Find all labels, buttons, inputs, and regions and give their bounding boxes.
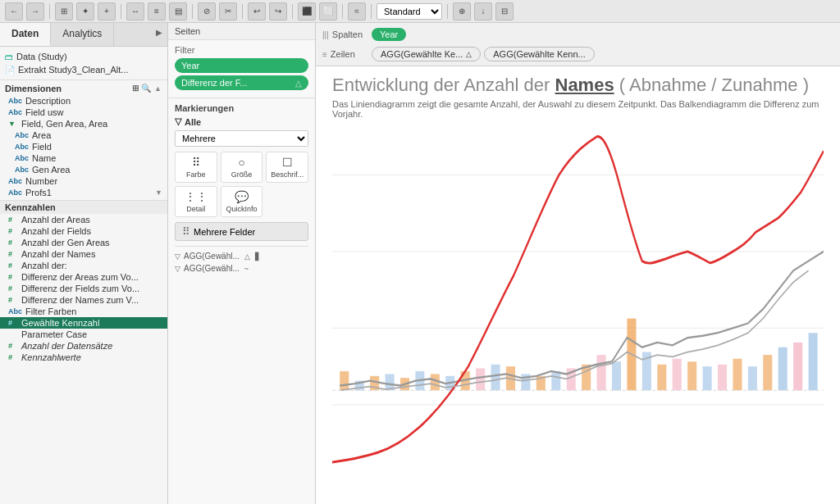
marks-tooltip-label: QuickInfo	[226, 205, 257, 213]
field-prefix-abc6: Abc	[15, 166, 29, 174]
toolbar-btn-4[interactable]: ↔	[126, 2, 144, 20]
field-diff-names[interactable]: # Differenz der Names zum V...	[0, 294, 167, 306]
toolbar-btn-15[interactable]: ↓	[474, 2, 492, 20]
toolbar-btn-1[interactable]: ⊞	[55, 2, 73, 20]
marks-sub-agg2[interactable]: ▽ AGG(Gewähl... ~	[175, 262, 308, 275]
field-diff-fields[interactable]: # Differenz der Fields zum Vo...	[0, 283, 167, 294]
zeilen-pill-1-label: AGG(Gewählte Ke...	[381, 49, 463, 59]
field-label: Anzahl der Names	[21, 249, 96, 259]
sep6	[342, 4, 343, 19]
field-name[interactable]: Abc Name	[0, 152, 167, 164]
field-gen-area[interactable]: Abc Gen Area	[0, 164, 167, 175]
zeilen-pill-1[interactable]: AGG(Gewählte Ke... △	[372, 47, 481, 61]
zeilen-pills: AGG(Gewählte Ke... △ AGG(Gewählte Kenn..…	[372, 47, 595, 61]
field-description[interactable]: Abc Description	[0, 95, 167, 107]
marks-detail-btn[interactable]: ⋮⋮ Detail	[175, 186, 217, 217]
hash-prefix: #	[8, 284, 18, 293]
svg-rect-33	[778, 347, 788, 391]
standard-dropdown[interactable]: Standard	[377, 3, 442, 20]
hash-prefix: #	[8, 319, 18, 327]
middle-panel: Seiten Filter Year Differenz der F... △ …	[168, 23, 316, 504]
field-area[interactable]: Abc Area	[0, 129, 167, 141]
field-gen-area-group[interactable]: ▼ Field, Gen Area, Area	[0, 118, 167, 129]
right-panel: ||| Spalten Year ≡ Zeilen AGG(Gewählte K…	[316, 23, 840, 504]
toolbar-btn-5[interactable]: ≡	[148, 2, 166, 20]
field-list: Dimensionen ⊞ 🔍 ▲ Abc Description Abc Fi…	[0, 80, 167, 504]
marks-detail-label: Detail	[186, 205, 205, 213]
toolbar-btn-fwd[interactable]: →	[26, 2, 44, 20]
field-anzahl-der[interactable]: # Anzahl der:	[0, 260, 167, 271]
svg-rect-27	[687, 361, 696, 390]
sep3	[192, 4, 193, 19]
field-label: Gen Area	[32, 165, 70, 175]
svg-rect-4	[340, 371, 349, 390]
field-gewaehlte-kennzahl[interactable]: # Gewählte Kennzahl	[0, 317, 167, 329]
field-parameter-case[interactable]: Parameter Case	[0, 329, 167, 340]
toolbar-btn-13[interactable]: ≈	[348, 2, 366, 20]
field-prefix-abc4: Abc	[15, 143, 29, 151]
detail-icon: ⋮⋮	[185, 190, 208, 203]
toolbar-btn-10[interactable]: ↪	[269, 2, 287, 20]
zeilen-icon: ≡	[322, 50, 327, 59]
sep4	[242, 4, 243, 19]
toolbar-btn-9[interactable]: ↩	[248, 2, 266, 20]
field-label: Differenz der Areas zum Vo...	[21, 272, 139, 282]
marks-type-dropdown[interactable]: Mehrere Automatisch Balken Linie Bereich…	[175, 130, 308, 147]
year-pill[interactable]: Year	[372, 28, 406, 41]
field-diff-areas[interactable]: # Differenz der Areas zum Vo...	[0, 271, 167, 283]
field-profs1[interactable]: Abc Profs1 ▼	[0, 187, 167, 198]
toolbar-btn-8[interactable]: ✂	[219, 2, 237, 20]
marks-size-btn[interactable]: ○ Größe	[221, 152, 263, 183]
tooltip-icon: 💬	[235, 190, 249, 203]
tab-daten[interactable]: Daten	[0, 23, 51, 46]
svg-rect-35	[809, 333, 818, 390]
marks-arrow: ▽	[175, 116, 181, 127]
marks-color-btn[interactable]: ⠿ Farbe	[175, 152, 217, 183]
hash-prefix: #	[8, 353, 18, 361]
scroll-down-indicator: ▼	[155, 188, 162, 197]
field-number[interactable]: Abc Number	[0, 175, 167, 187]
field-anzahl-datensaetze[interactable]: # Anzahl der Datensätze	[0, 340, 167, 352]
toolbar-btn-16[interactable]: ⊟	[495, 2, 514, 20]
field-label: Anzahl der Areas	[21, 215, 90, 225]
marks-label-btn[interactable]: ☐ Beschrif...	[266, 152, 308, 183]
dimensions-search-icon[interactable]: 🔍	[141, 84, 151, 93]
hash-prefix: #	[8, 227, 18, 235]
field-anzahl-names[interactable]: # Anzahl der Names	[0, 248, 167, 260]
field-anzahl-gen-areas[interactable]: # Anzahl der Gen Areas	[0, 237, 167, 248]
tab-arrow[interactable]: ▶	[151, 23, 167, 46]
toolbar-btn-14[interactable]: ⊕	[453, 2, 471, 20]
marks-sub-arrow2: ▽	[175, 265, 180, 273]
data-source-main[interactable]: 🗃 Data (Study)	[5, 50, 162, 63]
scroll-up[interactable]: ▲	[153, 84, 162, 93]
toolbar-btn-11[interactable]: ⬛	[298, 2, 316, 20]
marks-tooltip-btn[interactable]: 💬 QuickInfo	[221, 186, 263, 217]
toolbar-btn-12[interactable]: ⬜	[319, 2, 337, 20]
marks-title-label: Markierungen	[175, 103, 234, 113]
filter-differenz[interactable]: Differenz der F... △	[175, 75, 308, 90]
data-source-sub[interactable]: 📄 Extrakt Study3_Clean_Alt...	[5, 63, 162, 76]
field-field[interactable]: Abc Field	[0, 141, 167, 152]
field-filter-farben[interactable]: Abc Filter Farben	[0, 306, 167, 317]
field-field-usw[interactable]: Abc Field usw	[0, 107, 167, 118]
mehrere-felder-btn[interactable]: ⠿ Mehrere Felder	[175, 222, 308, 241]
viz-title-close: )	[803, 75, 809, 95]
marks-section: Markierungen ▽ Alle Mehrere Automatisch …	[168, 98, 315, 504]
toolbar-btn-7[interactable]: ⊘	[198, 2, 216, 20]
toolbar-btn-6[interactable]: ▤	[169, 2, 187, 20]
toolbar-btn-2[interactable]: ✦	[76, 2, 94, 20]
toolbar-btn-back[interactable]: ←	[5, 2, 23, 20]
zeilen-pill-2[interactable]: AGG(Gewählte Kenn...	[484, 47, 595, 61]
dimensions-grid-icon[interactable]: ⊞	[132, 84, 139, 93]
field-anzahl-areas[interactable]: # Anzahl der Areas	[0, 214, 167, 225]
filter-year[interactable]: Year	[175, 58, 308, 73]
viz-zunahme[interactable]: Zunahme	[722, 75, 798, 95]
field-kennzahlwerte[interactable]: # Kennzahlwerte	[0, 352, 167, 363]
marks-sub-agg1[interactable]: ▽ AGG(Gewähl... △ ▋	[175, 250, 308, 262]
svg-rect-13	[476, 368, 485, 390]
toolbar-btn-3[interactable]: +	[98, 2, 116, 20]
field-anzahl-fields[interactable]: # Anzahl der Fields	[0, 225, 167, 237]
tab-analytics[interactable]: Analytics	[51, 23, 114, 46]
viz-abnahme[interactable]: Abnahme	[629, 75, 706, 95]
spalten-shelf: ||| Spalten Year	[316, 25, 840, 44]
